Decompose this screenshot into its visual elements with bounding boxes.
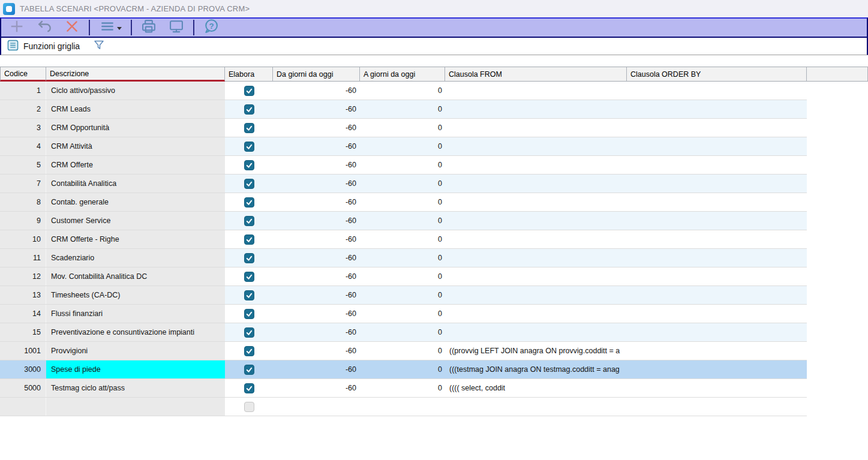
elabora-checkbox[interactable] [244, 383, 254, 393]
table-row[interactable]: 12 Mov. Contabilità Analitica DC -60 0 [0, 267, 807, 286]
cell-elabora[interactable] [225, 323, 273, 341]
cell-elabora[interactable] [225, 193, 273, 211]
cell-clausola-from[interactable] [445, 82, 627, 100]
cell-da-giorni[interactable]: -60 [273, 100, 360, 118]
cell-codice[interactable] [0, 398, 46, 416]
cell-elabora[interactable] [225, 175, 273, 193]
cell-codice[interactable]: 3 [0, 119, 46, 137]
cell-elabora[interactable] [225, 137, 273, 155]
cell-descrizione[interactable]: CRM Attività [46, 137, 225, 155]
cell-clausola-order[interactable] [627, 360, 807, 378]
elabora-checkbox[interactable] [244, 234, 254, 245]
elabora-checkbox[interactable] [244, 142, 254, 152]
elabora-checkbox[interactable] [244, 197, 254, 208]
cell-a-giorni[interactable]: 0 [360, 379, 445, 397]
filter-button[interactable] [93, 39, 105, 53]
column-header-clausola-order[interactable]: Clausola ORDER BY [627, 67, 807, 82]
cell-a-giorni[interactable] [360, 398, 445, 416]
cell-da-giorni[interactable]: -60 [273, 137, 360, 155]
cell-da-giorni[interactable]: -60 [273, 82, 360, 100]
column-header-a-giorni[interactable]: A giorni da oggi [360, 67, 445, 82]
cell-clausola-order[interactable] [627, 156, 807, 174]
table-row[interactable] [0, 398, 807, 416]
cell-clausola-from[interactable] [445, 398, 627, 416]
cell-elabora[interactable] [225, 249, 273, 267]
elabora-checkbox[interactable] [244, 272, 254, 282]
cell-codice[interactable]: 9 [0, 212, 46, 230]
cell-descrizione[interactable]: CRM Offerte - Righe [46, 230, 225, 248]
cell-descrizione[interactable]: Contabilità Analitica [46, 175, 225, 193]
cell-a-giorni[interactable]: 0 [360, 249, 445, 267]
cell-clausola-from[interactable] [445, 267, 627, 285]
delete-button[interactable] [60, 19, 84, 36]
cell-descrizione[interactable]: Mov. Contabilità Analitica DC [46, 267, 225, 285]
cell-da-giorni[interactable]: -60 [273, 193, 360, 211]
cell-clausola-from[interactable]: (((testmag JOIN anagra ON testmag.coddit… [445, 360, 627, 378]
cell-clausola-order[interactable] [627, 249, 807, 267]
cell-descrizione[interactable]: Ciclo attivo/passivo [46, 82, 225, 100]
cell-clausola-order[interactable] [627, 286, 807, 304]
table-row[interactable]: 5 CRM Offerte -60 0 [0, 156, 807, 175]
cell-da-giorni[interactable]: -60 [273, 305, 360, 323]
cell-a-giorni[interactable]: 0 [360, 230, 445, 248]
table-row[interactable]: 3 CRM Opportunità -60 0 [0, 119, 807, 137]
cell-a-giorni[interactable]: 0 [360, 119, 445, 137]
cell-codice[interactable]: 3000 [0, 360, 46, 378]
cell-a-giorni[interactable]: 0 [360, 360, 445, 378]
cell-codice[interactable]: 8 [0, 193, 46, 211]
cell-elabora[interactable] [225, 267, 273, 285]
cell-a-giorni[interactable]: 0 [360, 156, 445, 174]
elabora-checkbox[interactable] [244, 216, 254, 226]
cell-descrizione[interactable]: Provvigioni [46, 342, 225, 360]
cell-descrizione[interactable]: CRM Offerte [46, 156, 225, 174]
cell-descrizione[interactable]: Contab. generale [46, 193, 225, 211]
cell-clausola-order[interactable] [627, 379, 807, 397]
cell-a-giorni[interactable]: 0 [360, 82, 445, 100]
table-row[interactable]: 14 Flussi finanziari -60 0 [0, 305, 807, 323]
cell-a-giorni[interactable]: 0 [360, 137, 445, 155]
cell-codice[interactable]: 4 [0, 137, 46, 155]
cell-a-giorni[interactable]: 0 [360, 193, 445, 211]
undo-button[interactable] [32, 19, 56, 36]
cell-descrizione[interactable]: Timesheets (CA-DC) [46, 286, 225, 304]
elabora-checkbox[interactable] [244, 179, 254, 189]
cell-da-giorni[interactable] [273, 398, 360, 416]
cell-da-giorni[interactable]: -60 [273, 249, 360, 267]
cell-elabora[interactable] [225, 100, 273, 118]
table-row[interactable]: 1 Ciclo attivo/passivo -60 0 [0, 82, 807, 100]
cell-clausola-from[interactable] [445, 137, 627, 155]
cell-codice[interactable]: 1001 [0, 342, 46, 360]
cell-clausola-order[interactable] [627, 305, 807, 323]
cell-clausola-from[interactable] [445, 212, 627, 230]
column-header-da-giorni[interactable]: Da giorni da oggi [273, 67, 360, 82]
cell-clausola-from[interactable] [445, 286, 627, 304]
cell-codice[interactable]: 7 [0, 175, 46, 193]
cell-codice[interactable]: 10 [0, 230, 46, 248]
cell-elabora[interactable] [225, 286, 273, 304]
elabora-checkbox[interactable] [244, 309, 254, 319]
cell-codice[interactable]: 5000 [0, 379, 46, 397]
cell-codice[interactable]: 1 [0, 82, 46, 100]
cell-clausola-order[interactable] [627, 82, 807, 100]
cell-elabora[interactable] [225, 212, 273, 230]
cell-codice[interactable]: 2 [0, 100, 46, 118]
elabora-checkbox[interactable] [244, 86, 254, 96]
cell-da-giorni[interactable]: -60 [273, 360, 360, 378]
cell-elabora[interactable] [225, 82, 273, 100]
cell-clausola-order[interactable] [627, 119, 807, 137]
cell-clausola-order[interactable] [627, 100, 807, 118]
elabora-checkbox[interactable] [244, 123, 254, 133]
table-row[interactable]: 13 Timesheets (CA-DC) -60 0 [0, 286, 807, 305]
cell-descrizione[interactable]: Customer Service [46, 212, 225, 230]
cell-descrizione[interactable]: CRM Leads [46, 100, 225, 118]
cell-da-giorni[interactable]: -60 [273, 230, 360, 248]
column-header-elabora[interactable]: Elabora [225, 67, 273, 82]
cell-clausola-from[interactable] [445, 323, 627, 341]
cell-codice[interactable]: 12 [0, 267, 46, 285]
cell-descrizione[interactable]: Flussi finanziari [46, 305, 225, 323]
column-header-codice[interactable]: Codice [0, 67, 46, 82]
cell-clausola-from[interactable] [445, 156, 627, 174]
cell-a-giorni[interactable]: 0 [360, 267, 445, 285]
cell-elabora[interactable] [225, 342, 273, 360]
cell-clausola-from[interactable] [445, 100, 627, 118]
